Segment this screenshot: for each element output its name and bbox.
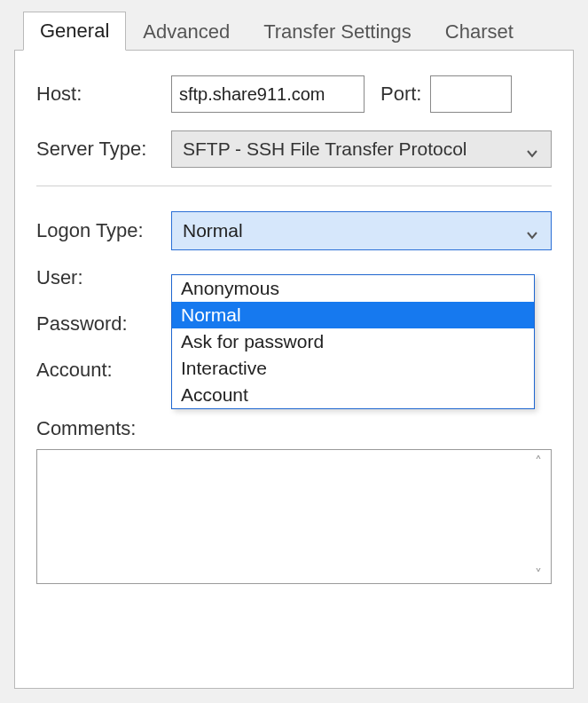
account-label: Account:	[36, 359, 171, 382]
port-input[interactable]	[430, 75, 512, 113]
tab-transfer-settings[interactable]: Transfer Settings	[247, 12, 428, 51]
chevron-down-icon	[526, 225, 538, 237]
settings-panel: General Advanced Transfer Settings Chars…	[0, 0, 588, 703]
logon-option-interactive[interactable]: Interactive	[172, 355, 534, 382]
logon-type-value: Normal	[183, 220, 243, 241]
user-label: User:	[36, 266, 171, 289]
scroll-down-icon[interactable]: ˅	[530, 567, 546, 583]
server-type-label: Server Type:	[36, 138, 171, 161]
server-type-value: SFTP - SSH File Transfer Protocol	[183, 138, 467, 160]
scroll-up-icon[interactable]: ˄	[530, 454, 546, 470]
host-label: Host:	[36, 83, 171, 106]
tab-strip: General Advanced Transfer Settings Chars…	[23, 9, 588, 50]
server-type-select[interactable]: SFTP - SSH File Transfer Protocol	[171, 130, 552, 168]
tab-general[interactable]: General	[23, 12, 126, 51]
host-input[interactable]	[171, 75, 365, 113]
logon-option-account[interactable]: Account	[172, 382, 534, 408]
tab-charset[interactable]: Charset	[428, 12, 530, 51]
logon-option-anonymous[interactable]: Anonymous	[172, 275, 534, 302]
logon-option-ask-password[interactable]: Ask for password	[172, 328, 534, 355]
tab-page-general: Host: Port: Server Type: SFTP - SSH File…	[14, 50, 574, 689]
comments-textarea[interactable]	[36, 449, 552, 584]
logon-type-dropdown[interactable]: Anonymous Normal Ask for password Intera…	[171, 274, 535, 409]
password-label: Password:	[36, 312, 171, 336]
comments-label: Comments:	[36, 417, 552, 440]
tab-advanced[interactable]: Advanced	[126, 12, 247, 51]
divider	[36, 186, 552, 186]
port-label: Port:	[380, 83, 421, 106]
logon-type-select[interactable]: Normal	[171, 211, 552, 250]
logon-type-label: Logon Type:	[36, 219, 171, 242]
chevron-down-icon	[526, 143, 538, 155]
logon-option-normal[interactable]: Normal	[172, 302, 534, 328]
